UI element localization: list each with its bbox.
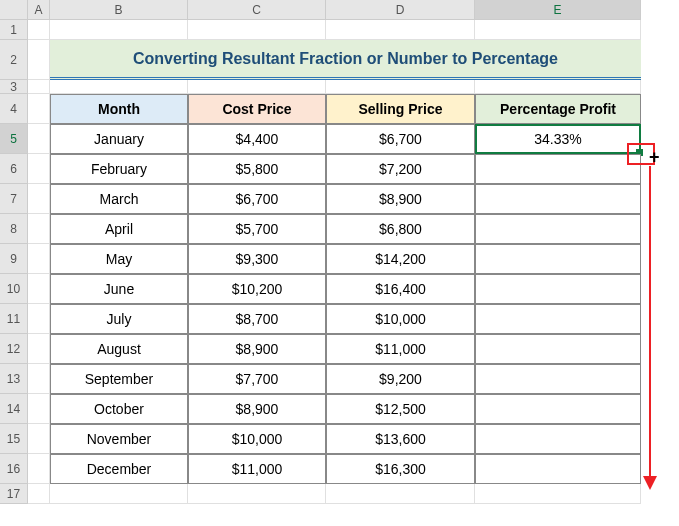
cell-profit-8[interactable] bbox=[475, 364, 641, 394]
select-all-corner[interactable] bbox=[0, 0, 28, 20]
cell-sell-5[interactable]: $16,400 bbox=[326, 274, 475, 304]
header-profit[interactable]: Percentage Profit bbox=[475, 94, 641, 124]
cell-A8[interactable] bbox=[28, 214, 50, 244]
cell-cost-5[interactable]: $10,200 bbox=[188, 274, 326, 304]
cell-D1[interactable] bbox=[326, 20, 475, 40]
row-header-4[interactable]: 4 bbox=[0, 94, 28, 124]
row-header-8[interactable]: 8 bbox=[0, 214, 28, 244]
cell-sell-1[interactable]: $7,200 bbox=[326, 154, 475, 184]
cell-D17[interactable] bbox=[326, 484, 475, 504]
cell-month-7[interactable]: August bbox=[50, 334, 188, 364]
cell-month-1[interactable]: February bbox=[50, 154, 188, 184]
cell-A4[interactable] bbox=[28, 94, 50, 124]
col-header-A[interactable]: A bbox=[28, 0, 50, 20]
col-header-D[interactable]: D bbox=[326, 0, 475, 20]
cell-month-6[interactable]: July bbox=[50, 304, 188, 334]
cell-cost-4[interactable]: $9,300 bbox=[188, 244, 326, 274]
cell-cost-3[interactable]: $5,700 bbox=[188, 214, 326, 244]
cell-sell-3[interactable]: $6,800 bbox=[326, 214, 475, 244]
cell-cost-9[interactable]: $8,900 bbox=[188, 394, 326, 424]
cell-profit-7[interactable] bbox=[475, 334, 641, 364]
cell-sell-6[interactable]: $10,000 bbox=[326, 304, 475, 334]
row-header-16[interactable]: 16 bbox=[0, 454, 28, 484]
cell-month-10[interactable]: November bbox=[50, 424, 188, 454]
cell-cost-7[interactable]: $8,900 bbox=[188, 334, 326, 364]
cell-A17[interactable] bbox=[28, 484, 50, 504]
cell-A10[interactable] bbox=[28, 274, 50, 304]
cell-E1[interactable] bbox=[475, 20, 641, 40]
cell-cost-10[interactable]: $10,000 bbox=[188, 424, 326, 454]
row-header-17[interactable]: 17 bbox=[0, 484, 28, 504]
cell-month-2[interactable]: March bbox=[50, 184, 188, 214]
row-header-7[interactable]: 7 bbox=[0, 184, 28, 214]
cell-sell-9[interactable]: $12,500 bbox=[326, 394, 475, 424]
cell-A7[interactable] bbox=[28, 184, 50, 214]
header-cost[interactable]: Cost Price bbox=[188, 94, 326, 124]
cell-A14[interactable] bbox=[28, 394, 50, 424]
cell-A5[interactable] bbox=[28, 124, 50, 154]
cell-sell-10[interactable]: $13,600 bbox=[326, 424, 475, 454]
cell-profit-2[interactable] bbox=[475, 184, 641, 214]
cell-profit-6[interactable] bbox=[475, 304, 641, 334]
cell-cost-2[interactable]: $6,700 bbox=[188, 184, 326, 214]
cell-cost-0[interactable]: $4,400 bbox=[188, 124, 326, 154]
cell-A6[interactable] bbox=[28, 154, 50, 184]
cell-B1[interactable] bbox=[50, 20, 188, 40]
row-header-1[interactable]: 1 bbox=[0, 20, 28, 40]
cell-cost-8[interactable]: $7,700 bbox=[188, 364, 326, 394]
row-header-6[interactable]: 6 bbox=[0, 154, 28, 184]
cell-month-3[interactable]: April bbox=[50, 214, 188, 244]
cell-cost-11[interactable]: $11,000 bbox=[188, 454, 326, 484]
cell-A11[interactable] bbox=[28, 304, 50, 334]
cell-profit-10[interactable] bbox=[475, 424, 641, 454]
cell-sell-8[interactable]: $9,200 bbox=[326, 364, 475, 394]
cell-profit-9[interactable] bbox=[475, 394, 641, 424]
cell-sell-0[interactable]: $6,700 bbox=[326, 124, 475, 154]
cell-month-8[interactable]: September bbox=[50, 364, 188, 394]
cell-profit-1[interactable] bbox=[475, 154, 641, 184]
cell-sell-4[interactable]: $14,200 bbox=[326, 244, 475, 274]
row-header-10[interactable]: 10 bbox=[0, 274, 28, 304]
cell-E3[interactable] bbox=[475, 80, 641, 94]
cell-A1[interactable] bbox=[28, 20, 50, 40]
row-header-14[interactable]: 14 bbox=[0, 394, 28, 424]
row-header-13[interactable]: 13 bbox=[0, 364, 28, 394]
cell-A9[interactable] bbox=[28, 244, 50, 274]
cell-A13[interactable] bbox=[28, 364, 50, 394]
cell-month-4[interactable]: May bbox=[50, 244, 188, 274]
row-header-12[interactable]: 12 bbox=[0, 334, 28, 364]
cell-E17[interactable] bbox=[475, 484, 641, 504]
cell-A16[interactable] bbox=[28, 454, 50, 484]
cell-C1[interactable] bbox=[188, 20, 326, 40]
cell-A15[interactable] bbox=[28, 424, 50, 454]
cell-profit-5[interactable] bbox=[475, 274, 641, 304]
header-sell[interactable]: Selling Price bbox=[326, 94, 475, 124]
row-header-15[interactable]: 15 bbox=[0, 424, 28, 454]
row-header-9[interactable]: 9 bbox=[0, 244, 28, 274]
row-header-11[interactable]: 11 bbox=[0, 304, 28, 334]
cell-month-5[interactable]: June bbox=[50, 274, 188, 304]
cell-cost-1[interactable]: $5,800 bbox=[188, 154, 326, 184]
cell-A3[interactable] bbox=[28, 80, 50, 94]
cell-A2[interactable] bbox=[28, 40, 50, 80]
row-header-5[interactable]: 5 bbox=[0, 124, 28, 154]
cell-profit-0[interactable]: 34.33% bbox=[475, 124, 641, 154]
header-month[interactable]: Month bbox=[50, 94, 188, 124]
cell-profit-3[interactable] bbox=[475, 214, 641, 244]
cell-A12[interactable] bbox=[28, 334, 50, 364]
col-header-C[interactable]: C bbox=[188, 0, 326, 20]
cell-B17[interactable] bbox=[50, 484, 188, 504]
cell-month-0[interactable]: January bbox=[50, 124, 188, 154]
cell-month-9[interactable]: October bbox=[50, 394, 188, 424]
cell-cost-6[interactable]: $8,700 bbox=[188, 304, 326, 334]
col-header-B[interactable]: B bbox=[50, 0, 188, 20]
cell-C3[interactable] bbox=[188, 80, 326, 94]
cell-C17[interactable] bbox=[188, 484, 326, 504]
cell-profit-4[interactable] bbox=[475, 244, 641, 274]
cell-sell-2[interactable]: $8,900 bbox=[326, 184, 475, 214]
cell-month-11[interactable]: December bbox=[50, 454, 188, 484]
cell-sell-11[interactable]: $16,300 bbox=[326, 454, 475, 484]
col-header-E[interactable]: E bbox=[475, 0, 641, 20]
cell-profit-11[interactable] bbox=[475, 454, 641, 484]
cell-B3[interactable] bbox=[50, 80, 188, 94]
